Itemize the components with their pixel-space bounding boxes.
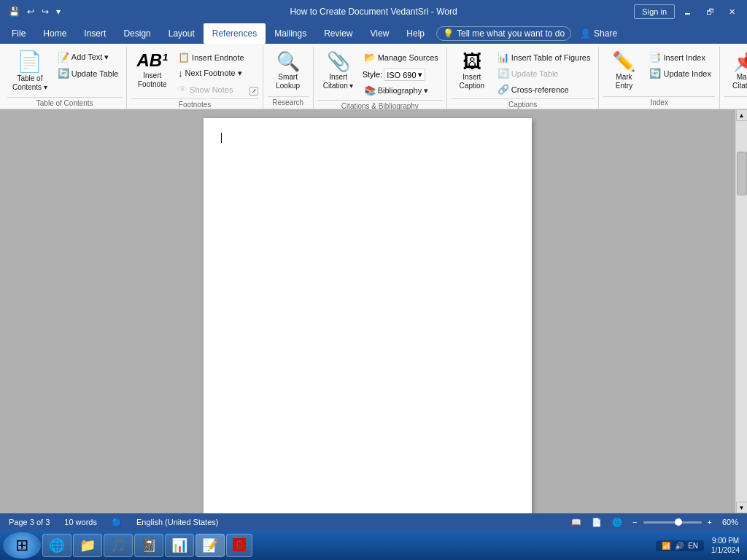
close-button[interactable]: ✕ [723,4,741,20]
page-count[interactable]: Page 3 of 3 [6,518,53,526]
restore-button[interactable]: 🗗 [700,4,720,19]
taskbar-onenote[interactable]: 📓 [134,534,163,557]
update-table-icon: 🔄 [58,68,69,79]
mark-citation-icon: 📌 [733,52,747,71]
next-footnote-button[interactable]: ↓ Next Footnote ▾ [174,66,248,81]
table-of-contents-button[interactable]: 📄 Table ofContents ▾ [7,48,53,96]
footnotes-expand[interactable]: ↗ [249,87,258,96]
update-table-cap-label: Update Table [511,69,559,78]
bibliography-button[interactable]: 📚 Bibliography ▾ [360,83,442,98]
menu-references[interactable]: References [204,23,266,44]
zoom-thumb[interactable] [675,518,682,526]
update-table-captions-button[interactable]: 🔄 Update Table [494,66,595,81]
menu-view[interactable]: View [362,23,398,44]
print-layout-icon[interactable]: 📄 [589,518,605,527]
sign-in-button[interactable]: Sign in [634,4,675,19]
show-notes-button[interactable]: 👁 Show Notes [174,82,248,97]
ribbon-group-toc: 📄 Table ofContents ▾ 📝 Add Text ▾ 🔄 Upda… [3,47,127,109]
document-page[interactable] [204,118,532,513]
insert-footnote-button[interactable]: AB¹ InsertFootnote [131,48,173,93]
add-text-button[interactable]: 📝 Add Text ▾ [54,50,123,65]
track-changes-icon[interactable]: 🔵 [109,518,125,527]
status-left: Page 3 of 3 10 words 🔵 English (United S… [6,518,221,527]
minimize-button[interactable]: 🗕 [678,4,697,19]
start-button[interactable]: ⊞ [3,532,41,559]
insert-index-button[interactable]: 📑 Insert Index [646,50,714,65]
ribbon-group-citations: 📎 InsertCitation ▾ 📂 Manage Sources Styl… [314,47,447,109]
taskbar-files[interactable]: 📁 [73,534,102,557]
undo-button[interactable]: ↩ [24,5,37,18]
menu-insert[interactable]: Insert [75,23,115,44]
web-layout-icon[interactable]: 🌐 [609,518,625,527]
menu-home[interactable]: Home [34,23,75,44]
scroll-track[interactable] [736,121,747,502]
bibliography-label: Bibliography ▾ [378,86,429,96]
read-mode-icon[interactable]: 📖 [568,518,584,527]
cross-reference-button[interactable]: 🔗 Cross-reference [494,82,595,97]
manage-sources-label: Manage Sources [378,53,438,62]
mark-citation-button[interactable]: 📌 MarkCitation [724,48,747,94]
taskbar-media[interactable]: 🎵 [104,534,133,557]
add-text-label: Add Text ▾ [71,52,109,62]
menu-design[interactable]: Design [115,23,159,44]
scroll-up-arrow[interactable]: ▲ [736,109,748,121]
lang-indicator[interactable]: EN [688,542,698,550]
tableofauth-group-label: Table of Autho... [724,96,747,109]
ribbon-group-index: ✏️ MarkEntry 📑 Insert Index 🔄 Update Ind… [599,47,719,109]
mark-entry-button[interactable]: ✏️ MarkEntry [603,48,644,94]
show-notes-icon: 👁 [178,84,187,95]
scroll-down-arrow[interactable]: ▼ [736,502,748,513]
research-content: 🔍 SmartLookup [268,47,309,96]
menu-review[interactable]: Review [315,23,361,44]
taskbar-excel[interactable]: 📊 [165,534,194,557]
taskbar-ie[interactable]: 🌐 [42,534,71,557]
taskbar-opera[interactable]: 🅾 [226,534,252,557]
insert-caption-button[interactable]: 🖼 InsertCaption [452,48,492,94]
language[interactable]: English (United States) [133,518,222,526]
scroll-thumb[interactable] [737,152,747,195]
clock-time: 9:00 PM [711,536,740,545]
save-button[interactable]: 💾 [6,5,23,18]
index-group-label: Index [603,96,714,109]
status-bar: Page 3 of 3 10 words 🔵 English (United S… [0,513,747,531]
citations-col: 📂 Manage Sources Style: ISO 690 ▾ 📚 Bibl… [360,48,442,98]
window-title: How to Create Document VedantSri - Word [290,7,457,17]
zoom-track[interactable] [643,521,702,524]
ribbon: 📄 Table ofContents ▾ 📝 Add Text ▾ 🔄 Upda… [0,44,747,109]
style-select[interactable]: ISO 690 ▾ [384,69,425,81]
citation-icon: 📎 [327,52,350,71]
style-value: ISO 690 [387,71,416,79]
update-index-label: Update Index [663,69,711,78]
style-dropdown-icon: ▾ [418,70,422,79]
endnote-label: Insert Endnote [192,53,244,62]
update-table-button[interactable]: 🔄 Update Table [54,66,123,81]
person-icon: 👤 [580,28,591,39]
insert-endnote-button[interactable]: 📋 Insert Endnote [174,50,248,65]
zoom-level[interactable]: 60% [719,518,741,526]
clock[interactable]: 9:00 PM 1/1/2024 [707,536,744,555]
insert-table-of-figures-button[interactable]: 📊 Insert Table of Figures [494,50,595,65]
update-index-button[interactable]: 🔄 Update Index [646,66,714,81]
insert-citation-button[interactable]: 📎 InsertCitation ▾ [318,48,359,94]
manage-sources-button[interactable]: 📂 Manage Sources [360,50,442,65]
zoom-in-button[interactable]: + [705,518,715,526]
zoom-out-button[interactable]: − [630,518,640,526]
menu-mailings[interactable]: Mailings [266,23,315,44]
word-count[interactable]: 10 words [61,518,100,526]
share-button[interactable]: 👤 Share [574,23,623,44]
ribbon-group-tableofauth: 📌 MarkCitation 📋 Insert Table of Authori… [720,47,747,109]
menu-layout[interactable]: Layout [160,23,204,44]
research-group-label: Research [268,96,309,109]
quick-access-dropdown[interactable]: ▾ [53,5,63,18]
menu-help[interactable]: Help [398,23,433,44]
captions-content: 🖼 InsertCaption 📊 Insert Table of Figure… [452,47,595,98]
redo-button[interactable]: ↪ [39,5,52,18]
smart-lookup-button[interactable]: 🔍 SmartLookup [268,48,309,94]
taskbar-word[interactable]: 📝 [196,534,225,557]
show-notes-label: Show Notes [190,85,233,94]
menu-file[interactable]: File [3,23,34,44]
ribbon-group-footnotes: AB¹ InsertFootnote 📋 Insert Endnote ↓ Ne… [127,47,263,109]
tell-me-box[interactable]: 💡 Tell me what you want to do [436,26,571,41]
cross-ref-icon: 🔗 [498,84,509,95]
ribbon-group-research: 🔍 SmartLookup Research [263,47,314,109]
